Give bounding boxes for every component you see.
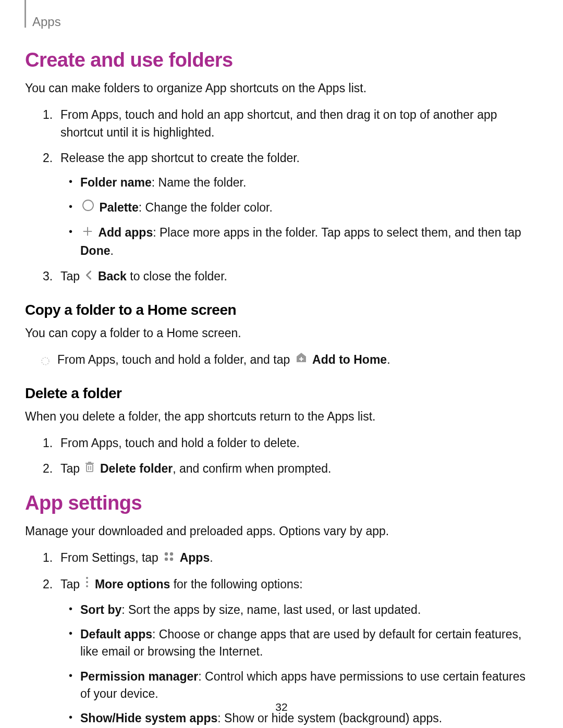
step-3: Tap Back to close the folder. (60, 268, 531, 286)
plus-icon (82, 225, 93, 242)
settings-step-2-pre: Tap (60, 577, 83, 591)
circle-bullet-icon (41, 353, 50, 371)
page-number: 32 (0, 701, 563, 713)
step-3-post: to close the folder. (127, 269, 227, 283)
delete-step-1: From Apps, touch and hold a folder to de… (60, 435, 531, 452)
trash-icon (84, 461, 95, 478)
heading-app-settings: App settings (25, 492, 531, 514)
text-done-period: . (111, 244, 114, 257)
item-copy-folder: From Apps, touch and hold a folder, and … (57, 351, 531, 369)
label-add-apps: Add apps (98, 226, 153, 239)
label-done: Done (80, 244, 111, 257)
sub-add-apps: Add apps: Place more apps in the folder.… (80, 224, 531, 260)
opt-permission-manager: Permission manager: Control which apps h… (80, 668, 531, 703)
text-palette: : Change the folder color. (139, 201, 273, 214)
label-delete-folder: Delete folder (100, 462, 173, 475)
step-2-sublist: Folder name: Name the folder. Palette: C… (60, 174, 531, 260)
svg-point-15 (86, 577, 88, 579)
heading-create-folders: Create and use folders (25, 49, 531, 71)
more-options-icon (84, 576, 90, 593)
settings-step-1: From Settings, tap Apps. (60, 549, 531, 567)
apps-grid-icon (163, 550, 175, 567)
label-sort-by: Sort by (80, 603, 121, 616)
steps-delete-folder: From Apps, touch and hold a folder to de… (38, 435, 531, 478)
settings-step-2-post: for the following options: (170, 577, 302, 591)
text-add-apps: : Place more apps in the folder. Tap app… (153, 226, 521, 239)
svg-point-3 (42, 357, 49, 365)
step-1: From Apps, touch and hold an app shortcu… (60, 106, 531, 141)
svg-point-11 (165, 552, 168, 555)
intro-copy-folder: You can copy a folder to a Home screen. (25, 325, 531, 342)
svg-point-0 (83, 200, 93, 211)
opt-sort-by: Sort by: Sort the apps by size, name, la… (80, 601, 531, 619)
label-permission-manager: Permission manager (80, 670, 198, 683)
intro-app-settings: Manage your downloaded and preloaded app… (25, 523, 531, 540)
step-3-pre: Tap (60, 269, 83, 283)
intro-create-folders: You can make folders to organize App sho… (25, 80, 531, 97)
steps-create-folders: From Apps, touch and hold an app shortcu… (38, 106, 531, 286)
label-add-to-home: Add to Home (312, 353, 387, 366)
header-vertical-rule (25, 0, 26, 28)
text-show-hide: : Show or hide system (background) apps. (217, 711, 442, 725)
svg-point-12 (170, 552, 173, 555)
header-breadcrumb: Apps (32, 15, 531, 29)
text-folder-name: : Name the folder. (152, 176, 247, 189)
delete-step-2-post: , and confirm when prompted. (173, 462, 331, 475)
step-2: Release the app shortcut to create the f… (60, 150, 531, 260)
svg-rect-6 (87, 464, 93, 472)
label-apps: Apps (180, 551, 210, 564)
intro-delete-folder: When you delete a folder, the app shortc… (25, 408, 531, 425)
heading-delete-folder: Delete a folder (25, 385, 531, 402)
back-chevron-icon (84, 268, 93, 286)
delete-step-2: Tap Delete folder, and confirm when prom… (60, 460, 531, 478)
settings-step-1-post: . (210, 551, 213, 564)
list-copy-folder: From Apps, touch and hold a folder, and … (25, 351, 531, 369)
delete-step-2-pre: Tap (60, 462, 83, 475)
settings-step-1-pre: From Settings, tap (60, 551, 162, 564)
copy-text-pre: From Apps, touch and hold a folder, and … (57, 353, 293, 366)
sub-palette: Palette: Change the folder color. (80, 199, 531, 217)
svg-point-16 (86, 581, 88, 583)
heading-copy-folder: Copy a folder to a Home screen (25, 302, 531, 318)
label-more-options: More options (95, 577, 170, 591)
palette-circle-icon (82, 199, 94, 216)
label-back: Back (98, 269, 127, 283)
label-show-hide: Show/Hide system apps (80, 711, 217, 725)
copy-text-post: . (387, 353, 390, 366)
label-folder-name: Folder name (80, 176, 152, 189)
add-to-home-icon (295, 351, 308, 368)
svg-point-17 (86, 585, 88, 587)
sub-folder-name: Folder name: Name the folder. (80, 174, 531, 191)
text-sort-by: : Sort the apps by size, name, last used… (121, 603, 421, 616)
svg-point-13 (165, 557, 168, 560)
svg-point-14 (170, 557, 173, 560)
label-default-apps: Default apps (80, 627, 152, 641)
step-2-text: Release the app shortcut to create the f… (60, 151, 300, 165)
label-palette: Palette (99, 201, 138, 214)
opt-default-apps: Default apps: Choose or change apps that… (80, 626, 531, 661)
